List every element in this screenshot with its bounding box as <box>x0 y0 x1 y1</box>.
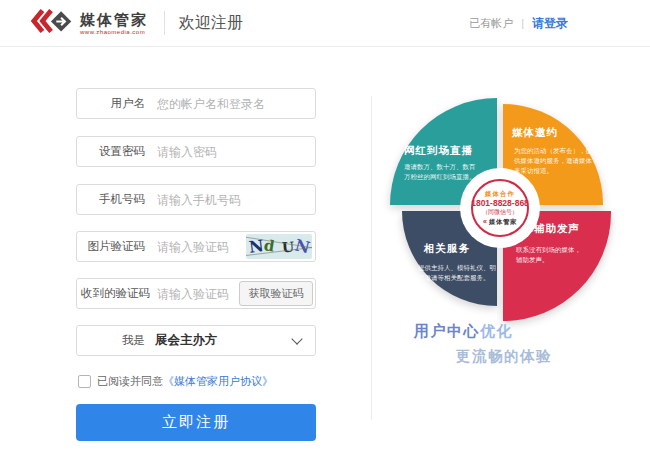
username-input[interactable] <box>155 96 315 112</box>
phone-label: 手机号码 <box>77 192 145 207</box>
phone-input[interactable] <box>155 192 315 208</box>
center-label: 媒体合作 <box>485 190 515 198</box>
password-input[interactable] <box>155 144 315 160</box>
center-brand: 媒体管家 <box>489 218 517 226</box>
password-field-row: 设置密码 <box>76 136 316 167</box>
center-note: （同微信号） <box>482 209 518 217</box>
slogan-part2: 优化 <box>480 322 513 339</box>
sms-code-input[interactable] <box>155 286 239 302</box>
image-captcha-field-row: 图片验证码 N d U N <box>76 231 316 262</box>
brand-logo-icon <box>30 7 74 39</box>
quadrant-title: 相关服务 <box>424 242 470 256</box>
vertical-divider <box>371 96 372 420</box>
registration-page: 媒体管家 www.zhaomedia.com 欢迎注册 已有帐户 | 请登录 用… <box>0 0 650 466</box>
chevron-down-icon <box>291 333 302 344</box>
brand-name: 媒体管家 <box>80 12 148 27</box>
quadrant-title: 媒体邀约 <box>512 126 558 140</box>
captcha-letter: U <box>281 239 294 254</box>
quadrant-desc: 为您的活动（发布会），提供媒体邀约服务，邀请媒体来采访报道。 <box>514 146 596 176</box>
sms-code-label: 收到的验证码 <box>77 286 145 301</box>
header: 媒体管家 www.zhaomedia.com 欢迎注册 已有帐户 | 请登录 <box>0 0 650 47</box>
username-field-row: 用户名 <box>76 88 316 119</box>
header-separator <box>164 11 165 35</box>
diagram-center-badge: 媒体合作 1801-8828-868 （同微信号） « 媒体管家 <box>471 179 529 237</box>
sms-code-field-row: 收到的验证码 获取验证码 <box>76 278 316 309</box>
image-captcha-input[interactable] <box>155 239 245 255</box>
brand-logo[interactable]: 媒体管家 www.zhaomedia.com <box>30 7 148 39</box>
quadrant-desc: 联系没有到场的媒体，辅助发声。 <box>516 245 582 265</box>
slogan-part1: 用户中心 <box>414 322 480 339</box>
quadrant-title: 网红到场直播 <box>404 144 473 158</box>
center-phone: 1801-8828-868 <box>471 198 529 209</box>
header-right: 已有帐户 | 请登录 <box>469 0 568 46</box>
captcha-image[interactable]: N d U N <box>246 234 312 259</box>
image-captcha-label: 图片验证码 <box>77 239 145 254</box>
role-selected-value: 展会主办方 <box>155 332 293 349</box>
agreement-row: 已阅读并同意 《媒体管家用户协议》 <box>78 374 273 389</box>
agree-checkbox[interactable] <box>78 375 91 388</box>
register-button[interactable]: 立即注册 <box>76 404 316 441</box>
slogan-line2: 更流畅的体验 <box>456 347 552 366</box>
slogan-line1: 用户中心优化 <box>414 322 513 341</box>
agree-text: 已阅读并同意 <box>97 374 163 389</box>
username-label: 用户名 <box>77 96 145 111</box>
page-title: 欢迎注册 <box>179 13 243 34</box>
mini-chevron-icon: « <box>483 218 487 225</box>
quadrant-desc: 邀请数万、数十万、数百万粉丝的网红到场直播。 <box>404 162 478 182</box>
role-select-row[interactable]: 我是 展会主办方 <box>76 325 316 356</box>
services-diagram: 网红到场直播 邀请数万、数十万、数百万粉丝的网红到场直播。 媒体邀约 为您的活动… <box>388 96 616 326</box>
password-label: 设置密码 <box>77 144 145 159</box>
have-account-text: 已有帐户 <box>469 16 513 31</box>
brand-url: www.zhaomedia.com <box>80 29 148 35</box>
phone-field-row: 手机号码 <box>76 184 316 215</box>
get-code-button[interactable]: 获取验证码 <box>239 281 313 306</box>
role-label: 我是 <box>77 333 145 348</box>
quadrant-desc: 提供主持人、模特礼仪、明星邀请等相关配套服务。 <box>418 263 500 283</box>
header-divider: | <box>521 17 524 29</box>
login-link[interactable]: 请登录 <box>532 15 568 32</box>
agreement-link[interactable]: 《媒体管家用户协议》 <box>163 374 273 389</box>
